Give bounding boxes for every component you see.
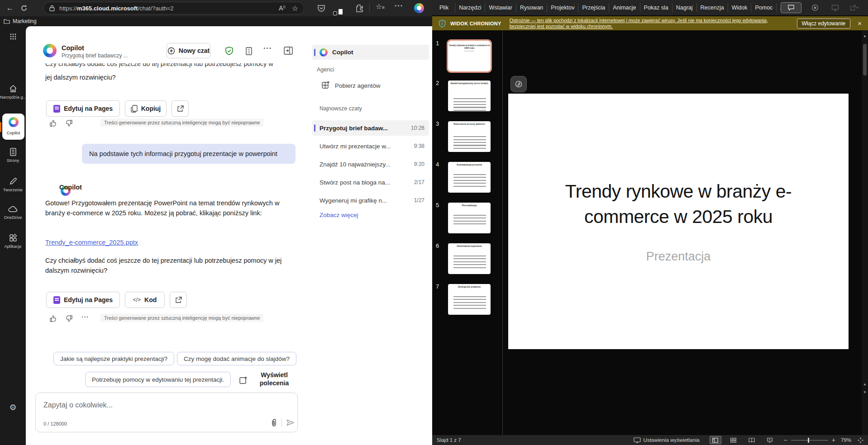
sidebar-item-create[interactable]: Tworzenie (0, 177, 26, 192)
menu-projektowanie[interactable]: Projektov (547, 3, 578, 12)
browser-menu-icon[interactable]: ··· (395, 2, 403, 10)
message-more-icon[interactable]: ··· (81, 313, 89, 321)
edge-copilot-icon[interactable] (414, 3, 424, 13)
view-prompts-link[interactable]: Wyświetl polecenia (252, 371, 297, 387)
sidebar-item-pages[interactable]: Strony (0, 147, 26, 163)
thumbs-up-icon[interactable] (49, 119, 58, 128)
address-bar[interactable]: https://m365.cloud.microsoft/chat/?auth=… (43, 2, 304, 14)
recent-chat-item[interactable]: Stwórz post na bloga na...2/17 (312, 175, 429, 190)
recent-chat-item[interactable]: Znajdź 10 najważniejszy...9:20 (312, 156, 429, 172)
menu-plik[interactable]: Plik (436, 3, 455, 12)
zoom-slider-thumb[interactable] (808, 438, 809, 443)
back-icon[interactable]: ← (4, 0, 16, 16)
sidebar-item-onedrive[interactable]: OneDrive (0, 205, 26, 220)
menu-rysowanie[interactable]: Rysowan (516, 3, 547, 12)
waffle-menu-icon[interactable] (0, 33, 26, 40)
record-button[interactable] (807, 2, 823, 13)
suggestion-chip-1[interactable]: Jakie są najlepsze praktyki prezentacji? (53, 352, 174, 365)
menu-nagraj[interactable]: Nagraj (672, 3, 697, 12)
share-button[interactable] (172, 100, 189, 117)
new-chat-button[interactable]: Nowy czat (167, 43, 210, 58)
zoom-level[interactable]: 79% (841, 437, 851, 443)
edit-on-pages-button-2[interactable]: Edytuj na Pages (46, 292, 120, 308)
enable-editing-button[interactable]: Włącz edytowanie (797, 19, 851, 28)
slide-thumbnail-6[interactable]: Omnichannel experience (448, 243, 491, 274)
chat-input[interactable]: Zapytaj o cokolwiek... 0 / 128000 (35, 393, 298, 432)
assistant-message-tail: jej dalszym rozwinięciu? (45, 72, 116, 82)
share-button-2[interactable] (170, 292, 187, 308)
zoom-in-icon[interactable]: + (832, 436, 835, 444)
slide-thumbnail-5[interactable]: Personalizacja (448, 203, 491, 233)
zoom-slider[interactable] (791, 440, 828, 440)
recent-chat-item[interactable]: Utwórz mi prezentacje w...9:38 (312, 138, 429, 154)
slide-canvas[interactable]: Trendy rynkowe w branży e-commerce w 202… (508, 94, 849, 349)
attach-icon[interactable] (270, 418, 278, 427)
prompt-library-icon[interactable] (238, 375, 248, 385)
banner-label: WIDOK CHRONIONY (450, 21, 501, 26)
send-icon[interactable] (286, 419, 295, 426)
menu-narzedzia[interactable]: Narzędzi (455, 3, 485, 12)
display-settings[interactable]: Ustawienia wyświetlania (634, 437, 700, 443)
favorites-list-icon[interactable]: ☆≡ (376, 2, 384, 11)
thumbs-down-icon[interactable] (64, 314, 73, 323)
protected-shield-icon[interactable] (224, 46, 234, 56)
slide-thumbnail-4[interactable]: Automatyzacja procesów (448, 162, 491, 193)
read-aloud-icon[interactable]: A)) (279, 5, 286, 12)
settings-gear-icon[interactable]: ⚙ (0, 402, 26, 412)
menu-pomoc[interactable]: Pomoc (751, 3, 777, 12)
recent-chat-item[interactable]: Przygotuj brief badaw...10:26 (312, 120, 429, 136)
pptx-download-link[interactable]: Trendy_e-commerce_2025.pptx (45, 239, 138, 246)
present-button[interactable] (827, 2, 843, 13)
slide-thumbnail-2[interactable]: Handel transgraniczny (cross border) (448, 80, 491, 111)
previous-slide-icon[interactable]: ▲ (863, 382, 867, 386)
thumbs-down-icon[interactable] (64, 119, 73, 128)
rail-copilot-item[interactable]: Copilot (312, 45, 429, 60)
banner-message[interactable]: Ostrożnie — ten plik pochodzi z lokaliza… (510, 18, 777, 29)
scrollbar-thumb[interactable] (863, 44, 867, 76)
edit-on-pages-button[interactable]: Edytuj na Pages (46, 100, 120, 117)
next-slide-icon[interactable]: ▼ (863, 390, 867, 394)
copy-button[interactable]: Kopiuj (125, 100, 167, 117)
slide-thumbnail-3[interactable]: Nowoczesne procesy płatności (448, 121, 491, 152)
scroll-up-icon[interactable]: ▲ (863, 34, 867, 38)
suggestion-chip-2[interactable]: Czy mogę dodać animacje do slajdów? (177, 352, 296, 365)
refresh-icon[interactable] (20, 4, 28, 12)
thumbs-up-icon[interactable] (49, 314, 58, 323)
suggestion-chip-3[interactable]: Potrzebuję pomocy w edytowaniu tej preze… (85, 372, 231, 387)
sidebar-item-home[interactable]: Narzędzia g... (0, 84, 26, 99)
workspace-tab[interactable]: Marketing (0, 16, 432, 26)
menu-recenzja[interactable]: Recenzja (697, 3, 728, 12)
menu-animacje[interactable]: Animacje (609, 3, 640, 12)
see-more-link[interactable]: Zobacz więcej (320, 212, 358, 218)
notebook-icon[interactable] (245, 47, 253, 56)
sidebar-item-copilot[interactable]: Copilot (2, 114, 24, 140)
pocket-icon[interactable] (317, 4, 326, 13)
zoom-out-icon[interactable]: − (784, 436, 787, 444)
open-panel-icon[interactable] (284, 47, 293, 55)
slide-thumbnail-7[interactable]: Ekologiczne podejście (448, 284, 491, 315)
menu-widok[interactable]: Widok (728, 3, 752, 12)
slide-thumbnail-1[interactable]: Trendy rynkowe w branży e-commerce w 202… (448, 41, 491, 71)
chat-more-icon[interactable]: ··· (263, 44, 272, 52)
recent-chat-item[interactable]: Wygeneruj mi grafikę n...1/27 (312, 193, 429, 208)
vertical-scrollbar[interactable]: ▲ ▲ ▼ (862, 30, 868, 435)
comments-button[interactable] (781, 2, 801, 13)
favorite-star-icon[interactable]: ☆ (292, 4, 298, 13)
sidebar-item-apps[interactable]: Aplikacje (0, 233, 26, 249)
fit-to-window-icon[interactable] (858, 437, 863, 443)
menu-przejscia[interactable]: Przejścia (578, 3, 609, 12)
pencil-icon (9, 177, 18, 186)
extensions-puzzle-icon[interactable] (355, 4, 364, 13)
active-indicator (314, 124, 315, 132)
reading-view-button[interactable] (746, 436, 758, 444)
normal-view-button[interactable] (710, 436, 721, 444)
get-agents-item[interactable]: Pobierz agentów (321, 81, 381, 90)
share-menu-button[interactable]: ▾ (845, 2, 863, 13)
ppt-copilot-button[interactable] (510, 76, 527, 92)
banner-close-icon[interactable]: × (858, 19, 862, 27)
menu-pokaz-slajdow[interactable]: Pokaz sla (640, 3, 672, 12)
menu-wstawianie[interactable]: Wstawiar (485, 3, 516, 12)
slideshow-button[interactable] (764, 436, 776, 444)
code-button[interactable]: </> Kod (125, 292, 165, 308)
slide-sorter-button[interactable] (728, 436, 739, 444)
